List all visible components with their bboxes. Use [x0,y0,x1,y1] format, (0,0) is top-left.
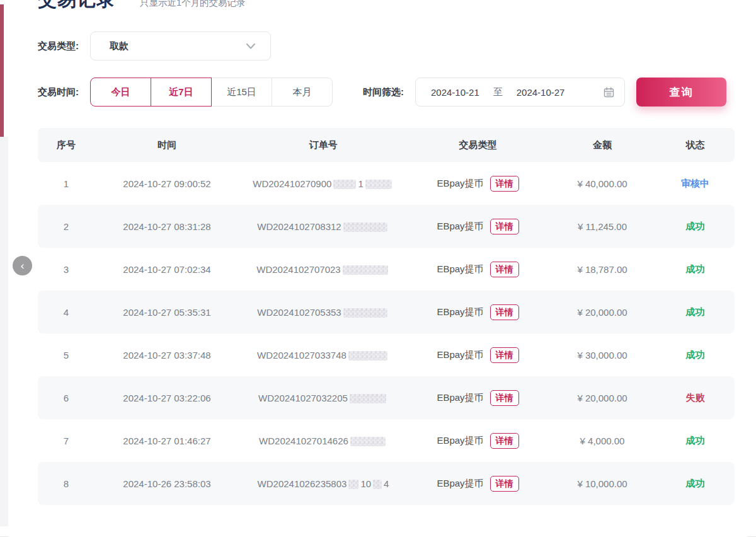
column-header-3: 交易类型 [407,139,549,151]
status-badge: 成功 [656,221,735,233]
quick-range-button-2[interactable]: 近15日 [211,78,272,107]
transaction-type-label: EBpay提币 [437,478,483,488]
type-filter-row: 交易类型: 取款 [38,32,735,61]
detail-button[interactable]: 详情 [490,176,519,192]
transaction-time: 2024-10-26 23:58:03 [94,478,239,489]
chevron-left-icon: ‹ [13,257,32,275]
table-body: 1 2024-10-27 09:00:52 WD2024102709001 EB… [38,162,735,505]
table-row: 6 2024-10-27 03:22:06 WD20241027032205 E… [38,376,735,419]
order-number: WD20241027033748 [239,350,407,361]
censored-order-segment [343,222,387,232]
row-number: 3 [38,264,94,275]
row-number: 8 [38,478,94,489]
quick-range-group: 今日近7日近15日本月 [90,78,333,107]
transaction-time: 2024-10-27 05:35:31 [94,307,239,318]
transaction-amount: ¥ 11,245.00 [549,221,656,232]
transaction-type-label: EBpay提币 [437,263,483,274]
quick-range-button-1[interactable]: 近7日 [151,78,212,107]
transaction-time: 2024-10-27 07:02:34 [94,264,239,275]
table-row: 4 2024-10-27 05:35:31 WD2024102705353 EB… [38,291,735,333]
transaction-amount: ¥ 10,000.00 [549,478,656,489]
status-badge: 审核中 [656,178,735,190]
detail-button[interactable]: 详情 [490,304,519,320]
column-header-1: 时间 [94,139,239,151]
column-header-4: 金额 [549,139,656,151]
censored-order-segment [350,437,386,446]
table-header-row: 序号时间订单号交易类型金额状态 [38,128,735,162]
transaction-amount: ¥ 18,787.00 [549,264,656,275]
transaction-type-label: EBpay提币 [437,435,483,446]
date-to-value[interactable]: 2024-10-27 [517,87,565,98]
transaction-type: EBpay提币详情 [407,262,549,277]
date-range-separator: 至 [493,86,503,98]
transaction-type-label: EBpay提币 [437,221,483,231]
date-range-picker[interactable]: 2024-10-21 至 2024-10-27 [415,78,625,107]
left-rail [0,137,8,526]
column-header-5: 状态 [656,139,735,151]
page-subtitle: 只显示近1个月的交易记录 [140,0,246,9]
order-number: WD20241026235803104 [239,478,407,489]
status-badge: 成功 [656,435,735,447]
status-badge: 成功 [656,478,735,490]
transaction-records-page: ‹ 交易记录 只显示近1个月的交易记录 交易类型: 取款 交易时间: 今日近7日… [0,0,756,537]
table-row: 1 2024-10-27 09:00:52 WD2024102709001 EB… [38,162,735,205]
transactions-table: 序号时间订单号交易类型金额状态 1 2024-10-27 09:00:52 WD… [38,128,735,505]
detail-button[interactable]: 详情 [490,219,519,234]
calendar-icon[interactable] [604,87,614,98]
censored-order-segment [348,480,358,489]
sidebar-collapse-button[interactable]: ‹ [13,256,32,275]
transaction-time: 2024-10-27 03:22:06 [94,393,239,403]
transaction-time: 2024-10-27 01:46:27 [94,436,239,446]
transaction-time: 2024-10-27 08:31:28 [94,221,239,232]
transaction-type: EBpay提币详情 [407,304,549,320]
transaction-type: EBpay提币详情 [407,390,549,406]
row-number: 4 [38,307,94,318]
censored-order-segment [343,265,388,275]
transaction-type: EBpay提币详情 [407,219,549,234]
page-title: 交易记录 [38,0,116,11]
row-number: 1 [38,178,94,189]
detail-button[interactable]: 详情 [490,433,519,449]
content-card: 交易记录 只显示近1个月的交易记录 交易类型: 取款 交易时间: 今日近7日近1… [9,0,747,537]
detail-button[interactable]: 详情 [490,476,519,492]
transaction-time: 2024-10-27 09:00:52 [94,178,239,189]
table-row: 8 2024-10-26 23:58:03 WD2024102623580310… [38,462,735,505]
selected-transaction-type: 取款 [110,40,246,52]
time-filter-label: 交易时间: [38,86,79,98]
row-number: 7 [38,436,94,446]
status-badge: 失败 [656,392,735,404]
transaction-amount: ¥ 20,000.00 [549,393,656,403]
column-header-2: 订单号 [239,139,407,151]
left-edge-accent [0,4,4,137]
censored-order-segment [333,180,356,189]
order-number: WD2024102707023 [239,264,407,275]
transaction-type: EBpay提币详情 [407,176,549,192]
censored-order-segment [373,480,382,489]
detail-button[interactable]: 详情 [490,390,519,406]
status-badge: 成功 [656,263,735,275]
status-badge: 成功 [656,306,735,318]
chevron-down-icon [246,43,255,49]
quick-range-button-3[interactable]: 本月 [272,78,333,107]
time-filter-row: 交易时间: 今日近7日近15日本月 时间筛选: 2024-10-21 至 202… [38,78,735,107]
detail-button[interactable]: 详情 [490,347,519,363]
detail-button[interactable]: 详情 [490,262,519,277]
censored-order-segment [350,394,386,403]
transaction-amount: ¥ 20,000.00 [549,307,656,318]
transaction-type-label: EBpay提币 [437,349,483,360]
table-row: 7 2024-10-27 01:46:27 WD20241027014626 E… [38,419,735,462]
transaction-time: 2024-10-27 03:37:48 [94,350,239,361]
transaction-amount: ¥ 30,000.00 [549,350,656,361]
transaction-type-select[interactable]: 取款 [90,32,271,61]
order-number: WD20241027014626 [239,436,407,446]
censored-order-segment [365,180,392,189]
date-from-value[interactable]: 2024-10-21 [431,87,479,98]
table-row: 3 2024-10-27 07:02:34 WD2024102707023 EB… [38,248,735,291]
transaction-type-label: EBpay提币 [437,306,483,317]
order-number: WD20241027032205 [239,393,407,403]
order-number: WD2024102709001 [239,178,407,189]
transaction-type: EBpay提币详情 [407,476,549,492]
quick-range-button-0[interactable]: 今日 [90,78,151,107]
search-button[interactable]: 查询 [636,78,726,107]
type-filter-label: 交易类型: [38,40,79,52]
